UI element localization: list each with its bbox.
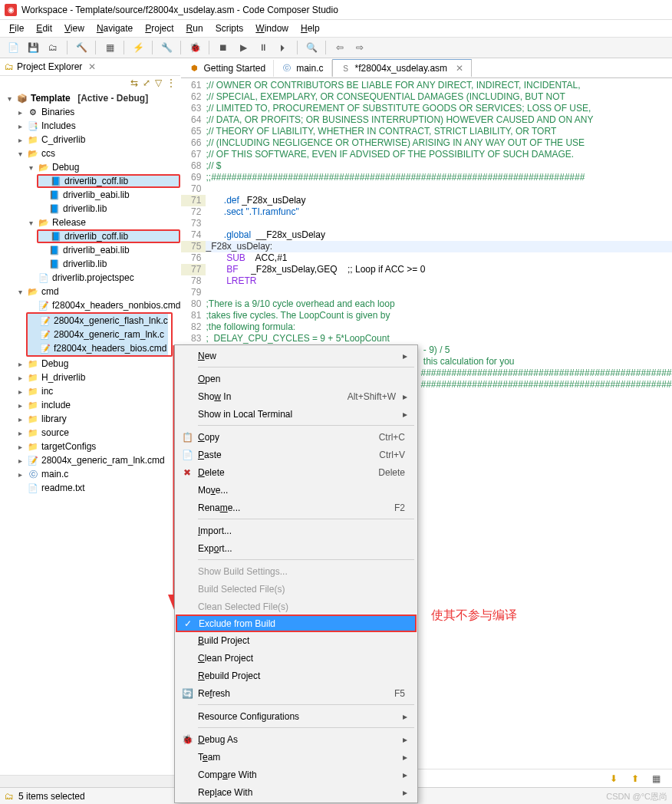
new-icon[interactable]: 📄 [5, 39, 21, 56]
tree-readme[interactable]: readme.txt [41, 483, 85, 493]
debug-icon[interactable]: 🐞 [186, 39, 203, 56]
toggle-icon[interactable]: ▦ [101, 39, 118, 56]
ctx-copy[interactable]: 📋CopyCtrl+C [176, 428, 416, 446]
twist-icon[interactable]: ▾ [15, 288, 25, 296]
twist-icon[interactable]: ▾ [26, 163, 35, 172]
tree-cmd1[interactable]: f28004x_headers_nonbios.cmd [52, 300, 180, 311]
ctx-export[interactable]: Export... [176, 539, 416, 557]
tree-library[interactable]: library [41, 414, 67, 424]
tree-includes[interactable]: Includes [41, 120, 76, 131]
ctx-delete[interactable]: ✖DeleteDelete [176, 463, 416, 481]
tree-release[interactable]: Release [52, 217, 86, 228]
ctx-move[interactable]: Move... [176, 481, 416, 499]
menu-file[interactable]: File [3, 21, 30, 35]
tree-debugf[interactable]: Debug [41, 358, 68, 369]
ctx-open[interactable]: Open [176, 370, 416, 387]
ctx-team[interactable]: Team▸ [176, 748, 416, 766]
twist-icon[interactable]: ▸ [15, 136, 25, 144]
tree-include[interactable]: include [41, 400, 71, 410]
save-all-icon[interactable]: 🗂 [44, 39, 61, 56]
twist-icon[interactable]: ▸ [15, 456, 25, 465]
ctx-show-in[interactable]: Show InAlt+Shift+W▸ [176, 387, 416, 405]
twist-icon[interactable]: ▸ [15, 429, 25, 437]
tree-lib-coff-r[interactable]: driverlib_coff.lib [64, 231, 128, 242]
wrench-icon[interactable]: 🔧 [158, 39, 175, 56]
menu-icon[interactable]: ⋮ [166, 77, 176, 88]
back-icon[interactable]: ⇦ [331, 39, 348, 56]
twist-icon[interactable]: ▸ [15, 108, 25, 117]
forward-icon[interactable]: ⇨ [351, 39, 368, 56]
ctx-compare-with[interactable]: Compare With▸ [176, 766, 416, 783]
ctx-rebuild-project[interactable]: Rebuild Project [176, 667, 416, 684]
twist-icon[interactable]: ▸ [15, 443, 25, 451]
ctx-replace-with[interactable]: Replace With▸ [176, 783, 416, 801]
menu-help[interactable]: Help [295, 21, 326, 35]
twist-icon[interactable]: ▸ [15, 387, 25, 396]
ctx-paste[interactable]: 📄PasteCtrl+V [176, 446, 416, 463]
menu-project[interactable]: Project [139, 21, 180, 35]
menu-window[interactable]: Window [249, 21, 295, 35]
tree-cmd[interactable]: cmd [41, 286, 59, 297]
tree-lib-eabi-r[interactable]: driverlib_eabi.lib [63, 245, 130, 255]
tree-binaries[interactable]: Binaries [41, 107, 74, 117]
project-name[interactable]: Template [31, 93, 71, 104]
twist-icon[interactable]: ▸ [15, 415, 25, 423]
build-icon[interactable]: 🔨 [73, 39, 90, 56]
ctx-rename[interactable]: Rename...F2 [176, 499, 416, 516]
stop-icon[interactable]: ⏹ [215, 39, 232, 56]
tree-source[interactable]: source [41, 427, 69, 438]
menu-view[interactable]: View [58, 21, 91, 35]
link-icon[interactable]: ⤢ [143, 77, 150, 88]
ctx-resource-config[interactable]: Resource Configurations▸ [176, 707, 416, 725]
twist-icon[interactable]: ▾ [26, 219, 35, 227]
tree-inc[interactable]: inc [41, 386, 53, 397]
twist-icon[interactable]: ▾ [15, 150, 25, 158]
ctx-debug-as[interactable]: 🐞Debug As▸ [176, 730, 416, 748]
tree-lib-coff-d[interactable]: driverlib_coff.lib [64, 176, 128, 186]
arrow-down-icon[interactable]: ⬇ [605, 770, 622, 787]
filter-icon[interactable]: ▽ [155, 77, 162, 88]
menu-navigate[interactable]: Navigate [91, 21, 139, 35]
tree-lib-eabi-d[interactable]: driverlib_eabi.lib [63, 189, 130, 200]
tree-ramlnk[interactable]: 28004x_generic_ram_lnk.cmd [41, 455, 165, 466]
twist-icon[interactable]: ▸ [15, 122, 25, 130]
menu-edit[interactable]: Edit [30, 21, 58, 35]
ctx-clean-project[interactable]: Clean Project [176, 649, 416, 667]
pause-icon[interactable]: ⏸ [255, 39, 272, 56]
project-explorer-tab[interactable]: 🗂 Project Explorer ✕ [0, 58, 180, 76]
tab-usdelay-asm[interactable]: S*f28004x_usdelay.asm✕ [332, 59, 473, 77]
tree-projspec[interactable]: driverlib.projectspec [52, 272, 134, 283]
tree-mainc[interactable]: main.c [41, 469, 68, 479]
tree-ccs[interactable]: ccs [41, 148, 55, 159]
tab-getting-started[interactable]: ⬢Getting Started [181, 60, 274, 77]
ctx-build-project[interactable]: Build Project [176, 631, 416, 649]
tree-cdriverlib[interactable]: C_driverlib [41, 134, 85, 145]
tree-cmd2[interactable]: 28004x_generic_flash_lnk.c [54, 315, 168, 326]
ctx-refresh[interactable]: 🔄RefreshF5 [176, 684, 416, 702]
tab-main-c[interactable]: ⓒmain.c [274, 60, 331, 77]
twist-icon[interactable]: ▸ [15, 470, 25, 479]
tree-debug[interactable]: Debug [52, 162, 79, 173]
menu-run[interactable]: Run [180, 21, 209, 35]
run-icon[interactable]: ▶ [235, 39, 252, 56]
tree-lib-d[interactable]: driverlib.lib [63, 203, 107, 214]
twist-icon[interactable]: ▸ [15, 360, 25, 368]
close-view-icon[interactable]: ✕ [88, 61, 96, 72]
ctx-exclude-from-build[interactable]: ✓Exclude from Build [176, 615, 417, 632]
collapse-icon[interactable]: ⇆ [130, 77, 138, 88]
twist-icon[interactable]: ▾ [5, 94, 14, 103]
arrow-up-icon[interactable]: ⬆ [627, 770, 644, 787]
twist-icon[interactable]: ▸ [15, 401, 25, 410]
close-tab-icon[interactable]: ✕ [456, 63, 463, 74]
ctx-new[interactable]: New▸ [176, 347, 416, 364]
ctx-show-local-terminal[interactable]: Show in Local Terminal▸ [176, 405, 416, 423]
horizontal-scrollbar[interactable] [0, 775, 180, 787]
menu-scripts[interactable]: Scripts [209, 21, 250, 35]
tree-lib-r[interactable]: driverlib.lib [63, 259, 107, 269]
resume-icon[interactable]: ⏵ [275, 39, 292, 56]
tree-cmd3[interactable]: 28004x_generic_ram_lnk.c [54, 329, 164, 340]
twist-icon[interactable]: ▸ [15, 374, 25, 382]
markers-icon[interactable]: ▦ [648, 770, 665, 787]
tree-hdrv[interactable]: H_driverlib [41, 372, 85, 383]
search-icon[interactable]: 🔍 [303, 39, 320, 56]
